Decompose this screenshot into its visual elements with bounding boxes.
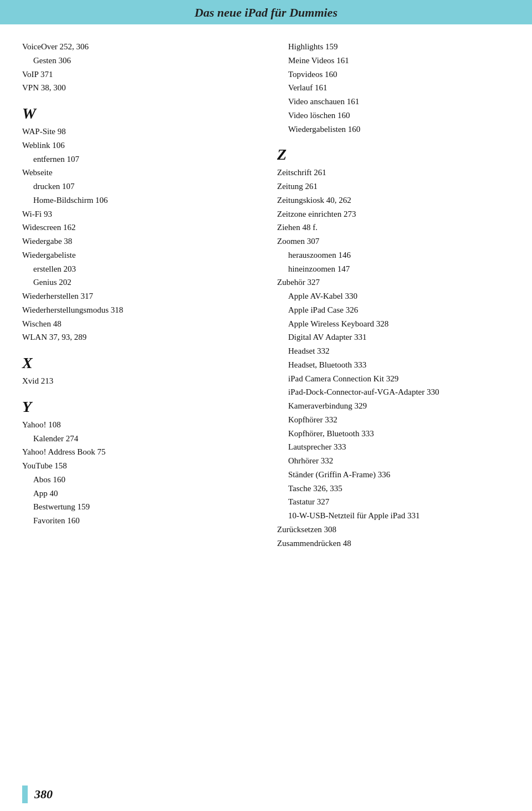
index-entry: Highlights 159 — [277, 40, 510, 54]
index-entry: Wiederherstellen 317 — [22, 289, 255, 303]
index-entry: Topvideos 160 — [277, 68, 510, 81]
index-entry: Webseite — [22, 166, 255, 180]
footer-page-number: 380 — [34, 787, 53, 802]
index-entry: Kalender 274 — [22, 432, 255, 446]
index-entry: Headset 332 — [277, 344, 510, 358]
index-entry: Yahoo! Address Book 75 — [22, 445, 255, 459]
index-entry: Bestwertung 159 — [22, 500, 255, 514]
index-entry: drucken 107 — [22, 180, 255, 193]
index-entry: Abos 160 — [22, 473, 255, 487]
index-entry: VPN 38, 300 — [22, 81, 255, 95]
index-entry: Ziehen 48 f. — [277, 221, 510, 234]
index-entry: Tasche 326, 335 — [277, 482, 510, 496]
index-entry: Digital AV Adapter 331 — [277, 330, 510, 344]
index-entry: Home-Bildschirm 106 — [22, 193, 255, 207]
index-entry: Zeitung 261 — [277, 180, 510, 193]
index-entry: WAP-Site 98 — [22, 125, 255, 139]
index-entry: Apple iPad Case 326 — [277, 303, 510, 317]
index-entry: Xvid 213 — [22, 374, 255, 388]
index-entry: Wi-Fi 93 — [22, 207, 255, 221]
index-entry: VoiceOver 252, 306 — [22, 40, 255, 54]
index-entry: Wiederherstellungsmodus 318 — [22, 303, 255, 317]
index-entry: Widescreen 162 — [22, 221, 255, 234]
index-entry: Gesten 306 — [22, 54, 255, 68]
index-entry: Zoomen 307 — [277, 234, 510, 248]
section-letter-w: W — [22, 105, 255, 123]
index-entry: Headset, Bluetooth 333 — [277, 358, 510, 372]
index-entry: Video löschen 160 — [277, 109, 510, 123]
left-column: VoiceOver 252, 306Gesten 306VoIP 371VPN … — [22, 40, 255, 550]
index-entry: YouTube 158 — [22, 459, 255, 473]
section-letter-x: X — [22, 354, 255, 372]
index-entry: Genius 202 — [22, 276, 255, 289]
index-entry: herauszoomen 146 — [277, 248, 510, 262]
index-entry: Weblink 106 — [22, 139, 255, 152]
section-letter-z: Z — [277, 146, 510, 164]
index-entry: erstellen 203 — [22, 262, 255, 276]
index-entry: 10-W-USB-Netzteil für Apple iPad 331 — [277, 509, 510, 523]
index-entry: Kopfhörer, Bluetooth 333 — [277, 427, 510, 441]
index-entry: Lautsprecher 333 — [277, 440, 510, 454]
index-entry: Verlauf 161 — [277, 81, 510, 95]
right-column: Highlights 159Meine Videos 161Topvideos … — [277, 40, 510, 550]
index-entry: Zubehör 327 — [277, 276, 510, 289]
index-entry: iPad-Dock-Connector-auf-VGA-Adapter 330 — [277, 385, 510, 399]
index-entry: Zurücksetzen 308 — [277, 523, 510, 537]
index-entry: entfernen 107 — [22, 152, 255, 166]
section-letter-y: Y — [22, 398, 255, 416]
index-entry: VoIP 371 — [22, 68, 255, 81]
page-header: Das neue iPad für Dummies — [0, 0, 532, 24]
page-content: VoiceOver 252, 306Gesten 306VoIP 371VPN … — [0, 40, 532, 550]
index-entry: Ständer (Griffin A-Frame) 336 — [277, 468, 510, 482]
index-entry: iPad Camera Connection Kit 329 — [277, 372, 510, 386]
index-entry: Wiedergabeliste — [22, 248, 255, 262]
index-entry: Zusammendrücken 48 — [277, 537, 510, 550]
index-entry: Zeitschrift 261 — [277, 166, 510, 180]
index-entry: Kopfhörer 332 — [277, 413, 510, 427]
index-entry: hineinzoomen 147 — [277, 262, 510, 276]
index-entry: Zeitzone einrichten 273 — [277, 207, 510, 221]
index-entry: Wiedergabe 38 — [22, 234, 255, 248]
index-entry: Apple AV-Kabel 330 — [277, 289, 510, 303]
index-entry: Wischen 48 — [22, 317, 255, 331]
index-entry: Apple Wireless Keyboard 328 — [277, 317, 510, 331]
index-entry: Yahoo! 108 — [22, 418, 255, 432]
footer-bar — [22, 786, 28, 803]
index-entry: Favoriten 160 — [22, 514, 255, 528]
index-entry: Meine Videos 161 — [277, 54, 510, 68]
index-entry: Tastatur 327 — [277, 495, 510, 509]
index-entry: Ohrhörer 332 — [277, 454, 510, 468]
index-entry: Wiedergabelisten 160 — [277, 123, 510, 136]
index-entry: Video anschauen 161 — [277, 95, 510, 109]
index-entry: App 40 — [22, 487, 255, 501]
index-entry: Kameraverbindung 329 — [277, 399, 510, 413]
index-entry: Zeitungskiosk 40, 262 — [277, 193, 510, 207]
page-header-title: Das neue iPad für Dummies — [195, 6, 337, 19]
index-entry: WLAN 37, 93, 289 — [22, 330, 255, 344]
page-footer: 380 — [0, 778, 532, 811]
